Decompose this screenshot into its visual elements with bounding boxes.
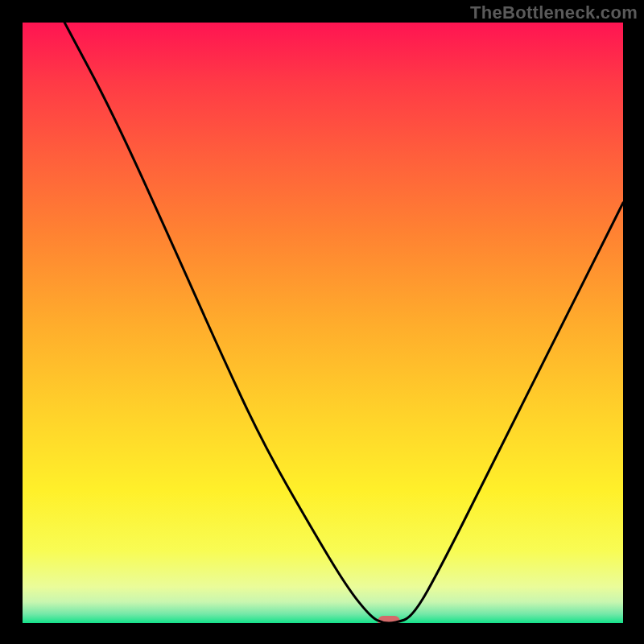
chart-container: TheBottleneck.com [0, 0, 644, 644]
watermark-text: TheBottleneck.com [470, 2, 638, 23]
plot-area [23, 23, 623, 623]
chart-svg [23, 23, 623, 623]
